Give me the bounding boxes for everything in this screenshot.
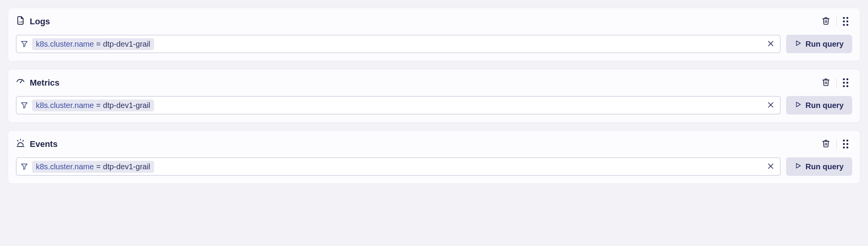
filter-op: = — [95, 40, 102, 49]
panel-title-group: Metrics — [16, 77, 818, 89]
metrics-icon — [16, 77, 25, 89]
drag-dots-icon — [843, 140, 848, 148]
trash-icon — [822, 17, 830, 26]
svg-marker-4 — [797, 41, 801, 45]
query-row: k8s.cluster.name = dtp-dev1-grail Run qu… — [16, 96, 852, 115]
clear-filter-button[interactable] — [765, 161, 776, 173]
delete-button[interactable] — [818, 76, 834, 90]
panel-title: Events — [30, 139, 58, 149]
more-options-button[interactable] — [839, 137, 852, 151]
filter-key: k8s.cluster.name — [36, 162, 94, 171]
separator — [836, 17, 837, 27]
svg-marker-15 — [22, 164, 27, 169]
query-row: k8s.cluster.name = dtp-dev1-grail Run qu… — [16, 157, 852, 176]
panel-actions — [818, 137, 852, 151]
play-icon — [795, 162, 802, 171]
drag-dots-icon — [843, 17, 848, 26]
run-query-button[interactable]: Run query — [786, 157, 852, 176]
close-icon — [767, 43, 775, 49]
delete-button[interactable] — [818, 137, 834, 151]
log-icon: LOG — [16, 16, 25, 27]
filter-value: dtp-dev1-grail — [103, 162, 150, 171]
play-icon — [795, 101, 802, 110]
run-query-label: Run query — [805, 101, 844, 110]
trash-icon — [822, 139, 830, 149]
panel-title-group: Events — [16, 138, 818, 150]
more-options-button[interactable] — [839, 15, 852, 28]
query-row: k8s.cluster.name = dtp-dev1-grail Run qu… — [16, 35, 852, 53]
filter-input[interactable]: k8s.cluster.name = dtp-dev1-grail — [16, 35, 781, 53]
run-query-button[interactable]: Run query — [786, 96, 852, 115]
filter-value: dtp-dev1-grail — [103, 101, 150, 110]
filter-icon — [20, 163, 28, 170]
panel-header: Events — [16, 137, 852, 151]
run-query-label: Run query — [805, 162, 844, 171]
svg-marker-18 — [797, 163, 801, 168]
filter-input[interactable]: k8s.cluster.name = dtp-dev1-grail — [16, 157, 781, 176]
run-query-button[interactable]: Run query — [786, 35, 852, 53]
filter-key: k8s.cluster.name — [36, 101, 94, 110]
close-icon — [767, 165, 775, 171]
panel-actions — [818, 76, 852, 90]
svg-line-6 — [20, 81, 22, 83]
drag-dots-icon — [843, 78, 848, 87]
panel-title-group: LOG Logs — [16, 16, 818, 27]
events-icon — [16, 138, 25, 150]
more-options-button[interactable] — [839, 76, 852, 89]
svg-line-14 — [23, 140, 24, 141]
clear-filter-button[interactable] — [765, 99, 776, 111]
filter-chip[interactable]: k8s.cluster.name = dtp-dev1-grail — [32, 99, 154, 111]
filter-icon — [20, 101, 28, 109]
separator — [836, 78, 837, 88]
panel-logs: LOG Logs — [8, 8, 860, 61]
panel-header: LOG Logs — [16, 14, 852, 29]
filter-chip[interactable]: k8s.cluster.name = dtp-dev1-grail — [32, 38, 154, 50]
clear-filter-button[interactable] — [765, 38, 776, 50]
panel-header: Metrics — [16, 76, 852, 90]
svg-marker-10 — [797, 102, 801, 107]
trash-icon — [822, 78, 830, 88]
svg-line-13 — [17, 140, 18, 141]
panel-metrics: Metrics — [8, 69, 860, 123]
svg-text:LOG: LOG — [19, 21, 24, 23]
svg-marker-7 — [22, 103, 27, 108]
filter-icon — [20, 40, 28, 48]
filter-key: k8s.cluster.name — [36, 40, 94, 49]
filter-op: = — [95, 101, 102, 110]
filter-chip[interactable]: k8s.cluster.name = dtp-dev1-grail — [32, 161, 154, 173]
panel-events: Events — [8, 130, 860, 184]
filter-input[interactable]: k8s.cluster.name = dtp-dev1-grail — [16, 96, 781, 115]
filter-op: = — [95, 162, 102, 171]
close-icon — [767, 104, 775, 110]
panel-title: Metrics — [30, 78, 59, 88]
svg-marker-1 — [22, 41, 27, 47]
run-query-label: Run query — [805, 40, 844, 49]
panel-title: Logs — [30, 17, 50, 27]
play-icon — [795, 40, 802, 49]
separator — [836, 139, 837, 149]
delete-button[interactable] — [818, 14, 834, 29]
panel-actions — [818, 14, 852, 29]
filter-value: dtp-dev1-grail — [103, 40, 150, 49]
